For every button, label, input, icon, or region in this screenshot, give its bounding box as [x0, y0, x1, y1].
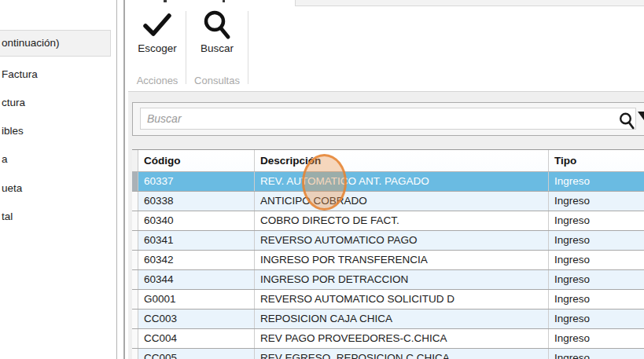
page-area: Código Descripción Tipo 60337 REV. AUTOM…: [128, 92, 644, 359]
row-selector[interactable]: [132, 192, 138, 211]
cell-descripcion[interactable]: ANTICIPO COBRADO: [255, 192, 549, 211]
column-header-descripcion[interactable]: Descripción: [255, 150, 549, 171]
table-row[interactable]: 60338 ANTICIPO COBRADO Ingreso: [132, 192, 644, 211]
cell-descripcion[interactable]: REVERSO AUTOMATICO SOLICITUD D: [255, 290, 549, 309]
cell-tipo[interactable]: Ingreso: [549, 172, 644, 191]
row-selector[interactable]: [132, 251, 138, 269]
row-selector[interactable]: [132, 211, 138, 230]
cell-descripcion[interactable]: REV EGRESO. REPOSICION C.CHICA: [255, 349, 549, 359]
cell-codigo[interactable]: 60340: [138, 211, 255, 230]
cell-codigo[interactable]: CC005: [138, 349, 255, 359]
table-row[interactable]: G0001 REVERSO AUTOMATICO SOLICITUD D Ing…: [132, 290, 644, 310]
table-row[interactable]: 60342 INGRESO POR TRANSFERENCIA Ingreso: [132, 251, 644, 270]
cell-codigo[interactable]: 60342: [138, 251, 255, 269]
sidebar-item-continuacion[interactable]: ontinuación): [0, 30, 111, 57]
cell-tipo[interactable]: Ingreso: [549, 329, 644, 348]
table-row[interactable]: 60341 REVERSO AUTOMATICO PAGO Ingreso: [132, 231, 644, 251]
cell-descripcion[interactable]: REV PAGO PROVEEDORES-C.CHICA: [255, 329, 549, 348]
ribbon: Escoger Buscar Acciones Consultas: [128, 6, 644, 92]
cell-codigo[interactable]: CC004: [138, 329, 255, 348]
buscar-button[interactable]: Buscar: [189, 9, 245, 66]
ribbon-group-consultas: Consultas: [189, 75, 245, 89]
ribbon-tab-strip: [128, 0, 644, 6]
cell-tipo[interactable]: Ingreso: [549, 270, 644, 289]
row-selector-header: [132, 150, 138, 171]
row-selector[interactable]: [132, 231, 138, 250]
ribbon-separator: [186, 11, 186, 84]
ribbon-group-acciones: Acciones: [130, 75, 185, 89]
sidebar-item-ueta[interactable]: ueta: [0, 181, 114, 196]
search-icon[interactable]: [619, 112, 635, 130]
panel-splitter[interactable]: [123, 0, 125, 359]
cell-codigo[interactable]: 60341: [138, 231, 255, 250]
results-table: Código Descripción Tipo 60337 REV. AUTOM…: [132, 149, 644, 359]
dropdown-arrow-icon[interactable]: [638, 112, 644, 120]
cell-codigo[interactable]: 60338: [138, 192, 255, 211]
magnifier-icon: [201, 9, 233, 41]
cell-tipo[interactable]: Ingreso: [549, 310, 644, 328]
sidebar: ontinuación) Factura ctura ibles a ueta …: [0, 0, 117, 359]
cell-descripcion[interactable]: REPOSICION CAJA CHICA: [255, 310, 549, 328]
table-row[interactable]: CC005 REV EGRESO. REPOSICION C.CHICA Ing…: [132, 349, 644, 359]
table-row[interactable]: 60337 REV. AUTOMATICO ANT. PAGADO Ingres…: [132, 172, 644, 192]
check-icon: [142, 9, 172, 41]
cell-tipo[interactable]: Ingreso: [549, 231, 644, 250]
cell-descripcion[interactable]: INGRESO POR DETRACCION: [255, 270, 549, 289]
escoger-button-label: Escoger: [138, 42, 177, 54]
row-selector[interactable]: [132, 290, 138, 309]
cell-codigo[interactable]: CC003: [138, 310, 255, 328]
cell-codigo[interactable]: G0001: [138, 290, 255, 309]
cell-tipo[interactable]: Ingreso: [549, 251, 644, 269]
escoger-button[interactable]: Escoger: [130, 9, 185, 66]
cell-descripcion[interactable]: REV. AUTOMATICO ANT. PAGADO: [255, 172, 549, 191]
cell-descripcion[interactable]: COBRO DIRECTO DE FACT.: [255, 211, 549, 230]
row-selector[interactable]: [132, 310, 138, 328]
search-bar: [132, 102, 644, 136]
column-header-codigo[interactable]: Código: [138, 150, 255, 171]
column-header-tipo[interactable]: Tipo: [549, 150, 644, 171]
search-input[interactable]: [140, 108, 636, 130]
table-row[interactable]: 60344 INGRESO POR DETRACCION Ingreso: [132, 270, 644, 290]
table-row[interactable]: CC004 REV PAGO PROVEEDORES-C.CHICA Ingre…: [132, 329, 644, 349]
ribbon-separator: [248, 11, 248, 84]
table-body: 60337 REV. AUTOMATICO ANT. PAGADO Ingres…: [132, 172, 644, 359]
sidebar-item-a[interactable]: a: [0, 152, 114, 167]
sidebar-item-tal[interactable]: tal: [0, 210, 114, 224]
row-selector[interactable]: [132, 270, 138, 289]
sidebar-item-ctura[interactable]: ctura: [0, 96, 114, 110]
table-row[interactable]: 60340 COBRO DIRECTO DE FACT. Ingreso: [132, 211, 644, 231]
cell-descripcion[interactable]: INGRESO POR TRANSFERENCIA: [255, 251, 549, 269]
row-selector[interactable]: [132, 329, 138, 348]
main-content: Escoger Buscar Acciones Consultas: [128, 0, 644, 359]
buscar-button-label: Buscar: [201, 42, 234, 54]
cell-descripcion[interactable]: REVERSO AUTOMATICO PAGO: [255, 231, 549, 250]
sidebar-item-factura[interactable]: Factura: [0, 68, 114, 82]
tab-label-remnant: [223, 0, 225, 2]
cell-codigo[interactable]: 60337: [138, 172, 255, 191]
table-header: Código Descripción Tipo: [132, 150, 644, 172]
tab-strip-shade: [295, 0, 644, 6]
row-selector[interactable]: [132, 172, 138, 191]
cell-tipo[interactable]: Ingreso: [549, 192, 644, 211]
tab-label-remnant: [164, 0, 167, 2]
app-window: ontinuación) Factura ctura ibles a ueta …: [0, 0, 644, 359]
table-row[interactable]: CC003 REPOSICION CAJA CHICA Ingreso: [132, 310, 644, 329]
sidebar-item-ibles[interactable]: ibles: [0, 124, 114, 138]
cell-tipo[interactable]: Ingreso: [549, 211, 644, 230]
cell-tipo[interactable]: Ingreso: [549, 290, 644, 309]
row-selector[interactable]: [132, 349, 138, 359]
cell-codigo[interactable]: 60344: [138, 270, 255, 289]
cell-tipo[interactable]: Ingreso: [549, 349, 644, 359]
